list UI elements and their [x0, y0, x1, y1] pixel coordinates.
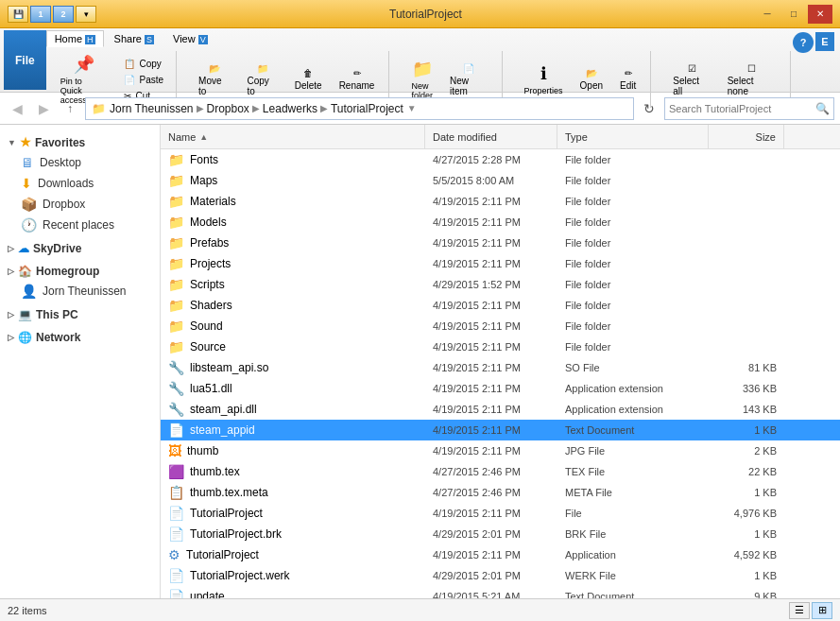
table-row[interactable]: 🟪 thumb.tex 4/27/2015 2:46 PM TEX File 2… [161, 461, 840, 482]
view-details-btn[interactable]: ☰ [789, 602, 810, 619]
window-controls: ─ □ ✕ [755, 5, 832, 24]
table-row[interactable]: 📄 update 4/19/2015 5:21 AM Text Document… [161, 586, 840, 598]
move-icon: 📂 [209, 63, 220, 74]
path-arrow-1: ▶ [197, 103, 204, 113]
minimize-button[interactable]: ─ [755, 5, 780, 24]
rename-btn[interactable]: ✏ Rename [333, 65, 382, 94]
dropbox-icon: 📦 [21, 197, 37, 212]
quick-save-btn[interactable]: 💾 [8, 6, 28, 23]
address-path[interactable]: 📁 Jorn Theunissen ▶ Dropbox ▶ Leadwerks … [85, 97, 634, 120]
sidebar-item-downloads[interactable]: ⬇ Downloads [0, 173, 160, 194]
table-row[interactable]: 📁 Models 4/19/2015 2:11 PM File folder [161, 212, 840, 233]
table-row[interactable]: 🖼 thumb 4/19/2015 2:11 PM JPG File 2 KB [161, 440, 840, 461]
table-row[interactable]: 📄 TutorialProject.werk 4/29/2015 2:01 PM… [161, 565, 840, 586]
tab-home[interactable]: Home H [46, 30, 104, 47]
view-icons-btn[interactable]: ⊞ [812, 602, 832, 619]
table-row[interactable]: ⚙ TutorialProject 4/19/2015 2:11 PM Appl… [161, 544, 840, 565]
sidebar-item-desktop[interactable]: 🖥 Desktop [0, 152, 160, 173]
up-button[interactable]: ↑ [59, 97, 81, 120]
edit-btn[interactable]: ✏ Edit [613, 65, 643, 94]
open-btn[interactable]: 📂 Open [574, 65, 609, 94]
copy-btn[interactable]: 📋 Copy [119, 57, 169, 71]
file-size: 22 KB [709, 466, 784, 477]
newitem-btn[interactable]: 📄 New item [443, 60, 494, 99]
selectall-btn[interactable]: ☑ Select all [666, 60, 716, 99]
close-button[interactable]: ✕ [808, 5, 832, 24]
table-row[interactable]: 📄 steam_appid 4/19/2015 2:11 PM Text Doc… [161, 420, 840, 440]
column-header-date[interactable]: Date modified [425, 125, 557, 148]
file-type: File folder [557, 258, 709, 269]
table-row[interactable]: 📄 TutorialProject 4/19/2015 2:11 PM File… [161, 503, 840, 524]
sidebar-item-recent[interactable]: 🕐 Recent places [0, 215, 160, 235]
file-date: 4/19/2015 2:11 PM [425, 216, 557, 228]
file-name: Shaders [190, 299, 232, 312]
table-row[interactable]: 📁 Scripts 4/29/2015 1:52 PM File folder [161, 274, 840, 295]
table-row[interactable]: 📁 Materials 4/19/2015 2:11 PM File folde… [161, 191, 840, 212]
file-name: TutorialProject.brk [190, 527, 282, 541]
table-row[interactable]: 📋 thumb.tex.meta 4/27/2015 2:46 PM META … [161, 482, 840, 503]
sidebar-thispc-header[interactable]: ▷ 💻 This PC [0, 305, 160, 324]
windows-button[interactable]: E [815, 32, 834, 51]
file-size: 9 KB [709, 591, 784, 599]
file-date: 4/19/2015 2:11 PM [425, 383, 557, 394]
file-type: Text Document [557, 591, 709, 599]
help-button[interactable]: ? [793, 32, 814, 53]
quick-dropdown-btn[interactable]: ▾ [76, 6, 96, 23]
item-count: 22 items [8, 605, 47, 616]
file-date: 4/19/2015 2:11 PM [425, 237, 557, 249]
delete-btn[interactable]: 🗑 Delete [288, 65, 329, 94]
tab-view[interactable]: View V [164, 30, 216, 47]
paste-btn[interactable]: 📄 Paste [119, 73, 169, 87]
forward-button[interactable]: ▶ [32, 97, 55, 120]
table-row[interactable]: 📁 Maps 5/5/2015 8:00 AM File folder [161, 170, 840, 191]
selectnone-btn[interactable]: ☐ Select none [721, 60, 782, 99]
table-row[interactable]: 🔧 libsteam_api.so 4/19/2015 2:11 PM SO F… [161, 357, 840, 378]
back-button[interactable]: ◀ [6, 97, 28, 120]
sidebar: ▼ ★ Favorites 🖥 Desktop ⬇ Downloads 📦 Dr… [0, 125, 161, 598]
file-date: 4/19/2015 2:11 PM [425, 445, 557, 457]
move-label: Move to [198, 76, 230, 96]
quick-btn-1[interactable]: 1 [30, 6, 51, 23]
file-date: 4/29/2015 2:01 PM [425, 528, 557, 540]
sidebar-item-jorn[interactable]: 👤 Jorn Theunissen [0, 281, 160, 302]
file-name: Scripts [190, 278, 225, 291]
table-row[interactable]: 📄 TutorialProject.brk 4/29/2015 2:01 PM … [161, 524, 840, 544]
tab-share[interactable]: Share S [106, 30, 163, 47]
file-name: Sound [190, 319, 223, 333]
quick-access-toolbar: 💾 1 2 ▾ [8, 6, 96, 23]
table-row[interactable]: 📁 Shaders 4/19/2015 2:11 PM File folder [161, 295, 840, 316]
sidebar-skydrive-header[interactable]: ▷ ☁ SkyDrive [0, 239, 160, 258]
file-type-icon: 📋 [168, 485, 184, 500]
file-name: thumb.tex.meta [190, 486, 268, 499]
path-segment-3: Leadwerks [263, 102, 317, 115]
table-row[interactable]: 🔧 steam_api.dll 4/19/2015 2:11 PM Applic… [161, 399, 840, 420]
file-name: steam_appid [190, 423, 255, 437]
table-row[interactable]: 📁 Fonts 4/27/2015 2:28 PM File folder [161, 149, 840, 170]
table-row[interactable]: 📁 Sound 4/19/2015 2:11 PM File folder [161, 316, 840, 336]
column-header-size[interactable]: Size [709, 125, 784, 148]
file-type: File folder [557, 279, 709, 290]
refresh-button[interactable]: ↻ [638, 97, 660, 120]
newfolder-btn[interactable]: 📁 Newfolder [404, 56, 439, 103]
table-row[interactable]: 📁 Prefabs 4/19/2015 2:11 PM File folder [161, 233, 840, 253]
file-type-icon: 🔧 [168, 402, 184, 417]
table-row[interactable]: 📁 Source 4/19/2015 2:11 PM File folder [161, 336, 840, 357]
sidebar-item-dropbox[interactable]: 📦 Dropbox [0, 194, 160, 215]
quick-btn-2[interactable]: 2 [53, 6, 74, 23]
move-btn[interactable]: 📂 Move to [192, 60, 236, 99]
sidebar-network-header[interactable]: ▷ 🌐 Network [0, 328, 160, 347]
sidebar-homegroup-header[interactable]: ▷ 🏠 Homegroup [0, 262, 160, 281]
properties-btn[interactable]: ℹ Properties [518, 60, 570, 98]
maximize-button[interactable]: □ [781, 5, 806, 24]
column-header-name[interactable]: Name ▲ [161, 125, 425, 148]
homegroup-icon: 🏠 [18, 265, 32, 278]
file-date: 4/19/2015 2:11 PM [425, 300, 557, 311]
column-header-type[interactable]: Type [557, 125, 709, 148]
table-row[interactable]: 🔧 lua51.dll 4/19/2015 2:11 PM Applicatio… [161, 378, 840, 399]
table-row[interactable]: 📁 Projects 4/19/2015 2:11 PM File folder [161, 253, 840, 274]
search-input[interactable] [669, 103, 815, 114]
file-button[interactable]: File [4, 30, 46, 90]
copy-to-btn[interactable]: 📁 Copy to [240, 60, 283, 99]
sidebar-recent-label: Recent places [43, 218, 114, 232]
sidebar-favorites-header[interactable]: ▼ ★ Favorites [0, 132, 160, 152]
